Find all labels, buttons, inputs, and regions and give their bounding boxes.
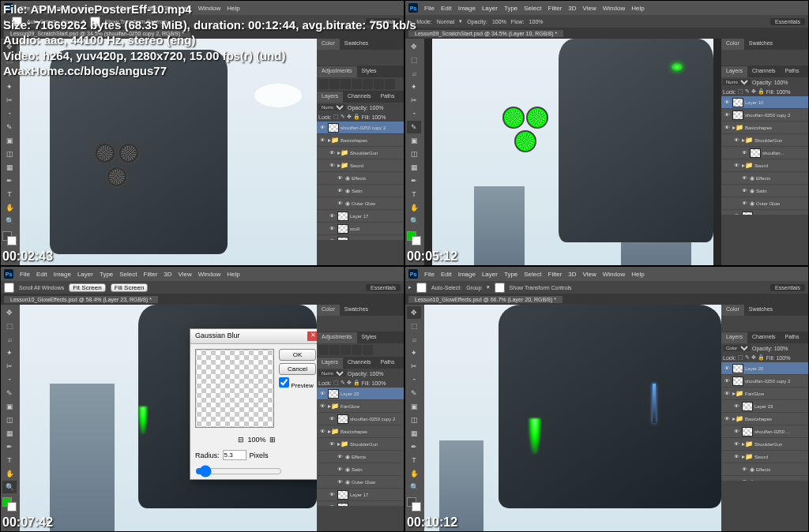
visibility-icon[interactable]: 👁 (740, 466, 748, 474)
layers-list-q1[interactable]: 👁shoulfan-0250 copy 2👁▸📁Basicshapes👁▸📁Sh… (317, 122, 404, 240)
radius-input[interactable] (223, 450, 246, 460)
layer-row[interactable]: 👁shoulfan-0250 copy 2 (721, 109, 808, 122)
layer-row[interactable]: 👁shoulfan-0250 copy 2 (317, 413, 404, 425)
document-tab[interactable]: Lesson10_GlowEffects.psd @ 58.4% (Layer … (4, 296, 158, 303)
visibility-icon[interactable]: 👁 (723, 390, 731, 398)
visibility-icon[interactable]: 👁 (740, 478, 748, 481)
visibility-icon[interactable]: 👁 (723, 124, 731, 132)
layer-row[interactable]: 👁Layer 10 (721, 96, 808, 109)
layer-row[interactable]: 👁▸📁ShoulderGun (317, 147, 404, 159)
layer-row[interactable]: 👁◉Satin (721, 476, 808, 481)
layer-row[interactable]: 👁▸📁ShoulderGun (317, 438, 404, 451)
paths-tab[interactable]: Paths (376, 92, 400, 103)
canvas[interactable] (424, 39, 721, 265)
layer-row[interactable]: 👁shoulfan... (721, 147, 808, 159)
visibility-icon[interactable]: 👁 (723, 99, 731, 107)
visibility-icon[interactable]: 👁 (328, 225, 336, 233)
fit-screen-button[interactable]: Fit Screen (69, 283, 105, 292)
layers-tab[interactable]: Layers (317, 92, 343, 103)
workspace-switcher[interactable]: Essentials (770, 18, 805, 25)
ok-button[interactable]: OK (279, 349, 316, 361)
brush-tool[interactable]: ✎ (2, 121, 17, 133)
layer-row[interactable]: 👁◉Satin (317, 185, 404, 197)
fill-screen-button[interactable]: Fill Screen (111, 283, 149, 292)
visibility-icon[interactable]: 👁 (732, 162, 740, 170)
move-tool[interactable]: ✥ (407, 306, 421, 319)
canvas[interactable]: Gaussian Blur ✕ OK Cancel Preview ⊟ 10 (20, 305, 317, 531)
type-tool[interactable]: T (2, 188, 17, 200)
zoom-tool[interactable]: 🔍 (2, 215, 17, 227)
layer-row[interactable]: 👁▸📁Sword (317, 159, 404, 172)
zoom-in-button[interactable]: ⊞ (269, 436, 276, 444)
visibility-icon[interactable]: 👁 (732, 440, 740, 448)
visibility-icon[interactable]: 👁 (328, 149, 336, 157)
eyedropper-tool[interactable]: ⁃ (2, 107, 17, 120)
visibility-icon[interactable]: 👁 (732, 453, 740, 461)
visibility-icon[interactable]: 👁 (328, 238, 336, 241)
layer-row[interactable]: 👁▸📁Basicshapes (721, 413, 808, 425)
layer-row[interactable]: 👁◉Outer Glow (721, 197, 808, 210)
pen-tool[interactable]: ✒ (2, 174, 17, 187)
layer-row[interactable]: 👁Layer 23 (721, 400, 808, 413)
layer-row[interactable]: 👁▸📁Sword (721, 159, 808, 172)
document-tab[interactable]: Lesson09_ScratchStart.psd @ 34.5% (Layer… (408, 30, 563, 37)
document-tab[interactable]: Lesson10_GlowEffects.psd @ 66.7% (Layer … (408, 296, 563, 303)
layer-row[interactable]: 👁◉Effects (317, 172, 404, 185)
cancel-button[interactable]: Cancel (279, 363, 316, 375)
layer-row[interactable]: 👁scull (317, 501, 404, 506)
visibility-icon[interactable]: 👁 (732, 428, 740, 436)
layer-row[interactable]: 👁Layer 17 (317, 489, 404, 501)
visibility-icon[interactable]: 👁 (732, 137, 740, 144)
visibility-icon[interactable]: 👁 (336, 453, 344, 461)
zoom-out-button[interactable]: ⊟ (238, 436, 244, 444)
visibility-icon[interactable]: 👁 (723, 415, 731, 423)
blend-mode-select[interactable]: Normal (318, 104, 346, 111)
visibility-icon[interactable]: 👁 (336, 466, 344, 474)
layer-row[interactable]: 👁◉Effects (721, 463, 808, 476)
close-icon[interactable]: ✕ (307, 332, 317, 341)
layer-row[interactable]: 👁▸📁Sword (721, 451, 808, 463)
layers-list-q2[interactable]: 👁Layer 10👁shoulfan-0250 copy 2👁▸📁Basicsh… (721, 96, 808, 215)
layer-row[interactable]: 👁Layer 17 (317, 210, 404, 223)
visibility-icon[interactable]: 👁 (723, 111, 731, 119)
visibility-icon[interactable]: 👁 (318, 428, 326, 436)
layer-row[interactable]: 👁◉Satin (317, 463, 404, 476)
radius-slider[interactable] (195, 465, 282, 478)
crop-tool[interactable]: ✂ (2, 94, 17, 107)
layer-row[interactable]: 👁shoulfan-0250 ... (721, 425, 808, 438)
layers-list-q3[interactable]: 👁Layer 23👁▸📁FanGlow👁shoulfan-0250 copy 2… (317, 388, 404, 506)
visibility-icon[interactable]: 👁 (732, 212, 740, 215)
layer-row[interactable]: 👁scull (317, 223, 404, 235)
layer-row[interactable]: 👁◉Effects (721, 172, 808, 185)
wand-tool[interactable]: ✦ (2, 81, 17, 93)
layer-row[interactable]: 👁◉Outer Glow (317, 476, 404, 489)
stamp-tool[interactable]: ▣ (2, 134, 17, 147)
layer-row[interactable]: 👁▸📁FanGlow (317, 400, 404, 413)
layer-row[interactable]: 👁◉Effects (317, 451, 404, 463)
visibility-icon[interactable]: 👁 (328, 162, 336, 170)
layer-row[interactable]: 👁Layer 23 (317, 388, 404, 400)
visibility-icon[interactable]: 👁 (328, 491, 336, 499)
layer-row[interactable]: 👁▸📁ShoulderGun (721, 134, 808, 147)
layer-row[interactable]: 👁▸📁Basicshapes (721, 122, 808, 134)
zoom-tool[interactable]: 🔍 (2, 481, 17, 493)
visibility-icon[interactable]: 👁 (336, 478, 344, 486)
layers-list-q4[interactable]: 👁Layer 20👁shoulfan-0250 copy 2👁▸📁FanGlow… (721, 362, 808, 481)
visibility-icon[interactable]: 👁 (328, 212, 336, 220)
visibility-icon[interactable]: 👁 (740, 174, 748, 182)
background-color[interactable] (7, 236, 17, 245)
layer-row[interactable]: 👁◉Outer Glow (317, 197, 404, 210)
visibility-icon[interactable]: 👁 (740, 200, 748, 208)
visibility-icon[interactable]: 👁 (732, 403, 740, 410)
brush-tool[interactable]: ✎ (407, 121, 421, 133)
visibility-icon[interactable]: 👁 (318, 124, 326, 132)
visibility-icon[interactable]: 👁 (336, 200, 344, 208)
visibility-icon[interactable]: 👁 (318, 403, 326, 410)
layer-row[interactable]: 👁scratches (317, 235, 404, 240)
visibility-icon[interactable]: 👁 (723, 377, 731, 385)
layer-row[interactable]: 👁▸📁Basicshapes (317, 134, 404, 147)
layer-row[interactable]: 👁Layer 20 (721, 362, 808, 375)
visibility-icon[interactable]: 👁 (328, 440, 336, 448)
layer-row[interactable]: 👁▸📁ShoulderGun (721, 438, 808, 451)
layer-row[interactable]: 👁shoulfan-0250 copy 2 (317, 122, 404, 134)
